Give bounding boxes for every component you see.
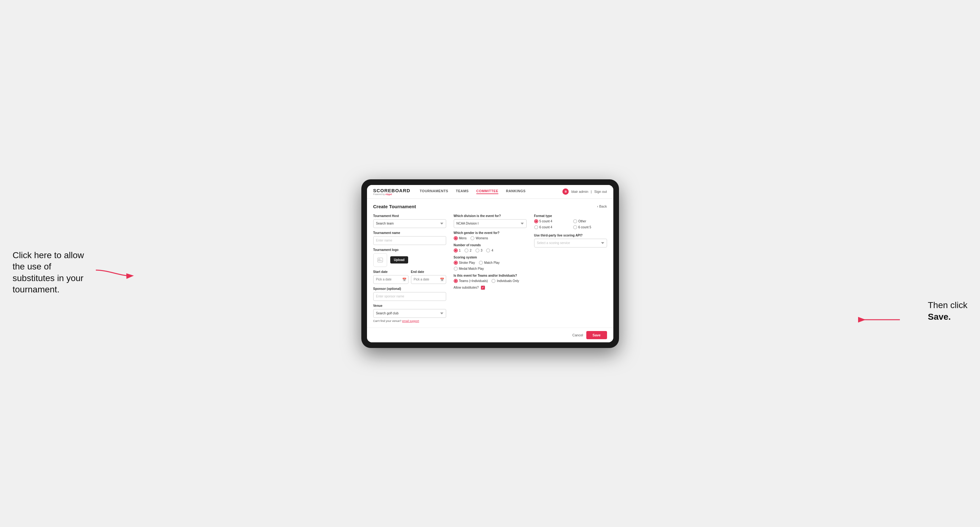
venue-select[interactable]: Search golf club	[373, 309, 446, 318]
sponsor-section: Sponsor (optional)	[373, 287, 446, 301]
nav-teams[interactable]: TEAMS	[456, 189, 469, 194]
logo-upload-area: Upload	[373, 253, 446, 267]
format-other[interactable]: Other	[573, 219, 607, 223]
tournament-name-input[interactable]	[373, 236, 446, 245]
rounds-1[interactable]: 1	[454, 248, 461, 252]
cancel-button[interactable]: Cancel	[573, 333, 583, 337]
image-icon	[377, 257, 383, 263]
gender-radio-group: Mens Womens	[454, 236, 527, 240]
gender-mens-radio[interactable]	[454, 236, 458, 240]
format-other-radio[interactable]	[573, 219, 577, 223]
rounds-2-radio[interactable]	[465, 248, 468, 252]
format-6count5[interactable]: 6 count 5	[573, 225, 607, 229]
rounds-1-radio[interactable]	[454, 248, 458, 252]
division-section: Which division is the event for? NCAA Di…	[454, 214, 527, 228]
event-type-label: Is this event for Teams and/or Individua…	[454, 274, 527, 277]
rounds-4-radio[interactable]	[486, 248, 490, 252]
stroke-play[interactable]: Stroke Play	[454, 261, 475, 265]
username-label: blair admin	[571, 190, 588, 194]
medal-match-play-radio[interactable]	[454, 267, 458, 271]
start-date-section: Start date 📅	[373, 270, 409, 284]
format-6count5-radio[interactable]	[573, 225, 577, 229]
rounds-section: Number of rounds 1 2	[454, 243, 527, 252]
venue-hint: Can't find your venue? email support	[373, 319, 446, 322]
tournament-logo-section: Tournament logo Upload	[373, 248, 446, 267]
tournament-host-section: Tournament Host Search team	[373, 214, 446, 228]
form-grid: Tournament Host Search team Tournament n…	[373, 214, 607, 322]
gender-label: Which gender is the event for?	[454, 231, 527, 235]
nav-rankings[interactable]: RANKINGS	[506, 189, 526, 194]
sponsor-label: Sponsor (optional)	[373, 287, 446, 290]
venue-email-link[interactable]: email support	[402, 319, 419, 322]
format-5count4[interactable]: 5 count 4	[534, 219, 568, 223]
tournament-host-label: Tournament Host	[373, 214, 446, 217]
event-type-radio-group: Teams (+Individuals) Individuals Only	[454, 279, 527, 283]
page-title: Create Tournament	[373, 204, 416, 209]
scoring-api-label: Use third-party live scoring API?	[534, 234, 607, 237]
match-play[interactable]: Match Play	[479, 261, 500, 265]
format-6count4[interactable]: 6 count 4	[534, 225, 568, 229]
event-type-section: Is this event for Teams and/or Individua…	[454, 274, 527, 283]
scoring-api-section: Use third-party live scoring API? Select…	[534, 234, 607, 248]
rounds-2[interactable]: 2	[465, 248, 472, 252]
medal-match-play[interactable]: Medal Match Play	[454, 267, 484, 271]
gender-womens[interactable]: Womens	[470, 236, 488, 240]
sign-out-link[interactable]: Sign out	[594, 190, 607, 194]
sponsor-input[interactable]	[373, 292, 446, 301]
nav-user: B blair admin | Sign out	[562, 189, 607, 195]
division-select[interactable]: NCAA Division I	[454, 219, 527, 228]
scoring-system-label: Scoring system	[454, 256, 527, 259]
logo-placeholder	[373, 253, 387, 267]
scoring-system-radio-group: Stroke Play Match Play Medal Match Play	[454, 261, 527, 271]
allow-substitutes-label: Allow substitutes?	[454, 286, 479, 289]
teams-individuals-radio[interactable]	[454, 279, 458, 283]
logo-powered: Powered by clippd	[373, 193, 410, 195]
svg-rect-0	[378, 258, 383, 262]
match-play-radio[interactable]	[479, 261, 483, 265]
stroke-play-radio[interactable]	[454, 261, 458, 265]
annotation-right-line1: Then click	[928, 300, 967, 310]
tournament-host-select[interactable]: Search team	[373, 219, 446, 228]
form-footer: Cancel Save	[367, 328, 613, 342]
individuals-only[interactable]: Individuals Only	[492, 279, 519, 283]
end-date-wrap: 📅	[411, 275, 446, 284]
form-col-middle: Which division is the event for? NCAA Di…	[454, 214, 527, 322]
date-row: Start date 📅 End date 📅	[373, 270, 446, 284]
end-date-label: End date	[411, 270, 446, 273]
format-5count4-radio[interactable]	[534, 219, 538, 223]
gender-section: Which gender is the event for? Mens Wome…	[454, 231, 527, 240]
save-button[interactable]: Save	[586, 331, 607, 339]
tournament-name-label: Tournament name	[373, 231, 446, 235]
division-label: Which division is the event for?	[454, 214, 527, 217]
format-options-grid: 5 count 4 Other 6 count 4	[534, 219, 607, 229]
scoring-system-section: Scoring system Stroke Play Match Play	[454, 256, 527, 271]
back-link[interactable]: ‹ Back	[597, 205, 607, 208]
page-content: Create Tournament ‹ Back Tournament Host…	[367, 199, 613, 328]
logo-scoreboard: SCOREBOARD	[373, 188, 410, 193]
start-date-wrap: 📅	[373, 275, 409, 284]
rounds-3[interactable]: 3	[476, 248, 483, 252]
allow-substitutes-row[interactable]: Allow substitutes?	[454, 286, 527, 290]
gender-mens[interactable]: Mens	[454, 236, 466, 240]
gender-womens-radio[interactable]	[470, 236, 474, 240]
venue-section: Venue Search golf club Can't find your v…	[373, 304, 446, 322]
annotation-left-text: Click here to allow the use of substitut…	[13, 250, 84, 294]
rounds-3-radio[interactable]	[476, 248, 479, 252]
upload-button[interactable]: Upload	[390, 256, 409, 264]
tournament-logo-label: Tournament logo	[373, 248, 446, 252]
nav-committee[interactable]: COMMITTEE	[476, 189, 499, 194]
rounds-4[interactable]: 4	[486, 248, 493, 252]
page-wrapper: Click here to allow the use of substitut…	[13, 179, 967, 348]
user-avatar: B	[562, 189, 569, 195]
calendar-end-icon: 📅	[440, 277, 444, 281]
format-6count4-radio[interactable]	[534, 225, 538, 229]
nav-tournaments[interactable]: TOURNAMENTS	[420, 189, 449, 194]
scoring-api-select[interactable]: Select a scoring service	[534, 239, 607, 248]
allow-substitutes-checkbox[interactable]	[481, 286, 485, 290]
form-col-left: Tournament Host Search team Tournament n…	[373, 214, 446, 322]
teams-individuals[interactable]: Teams (+Individuals)	[454, 279, 488, 283]
individuals-only-radio[interactable]	[492, 279, 495, 283]
venue-label: Venue	[373, 304, 446, 308]
calendar-icon: 📅	[402, 277, 407, 281]
tablet-screen: SCOREBOARD Powered by clippd TOURNAMENTS…	[367, 185, 613, 342]
